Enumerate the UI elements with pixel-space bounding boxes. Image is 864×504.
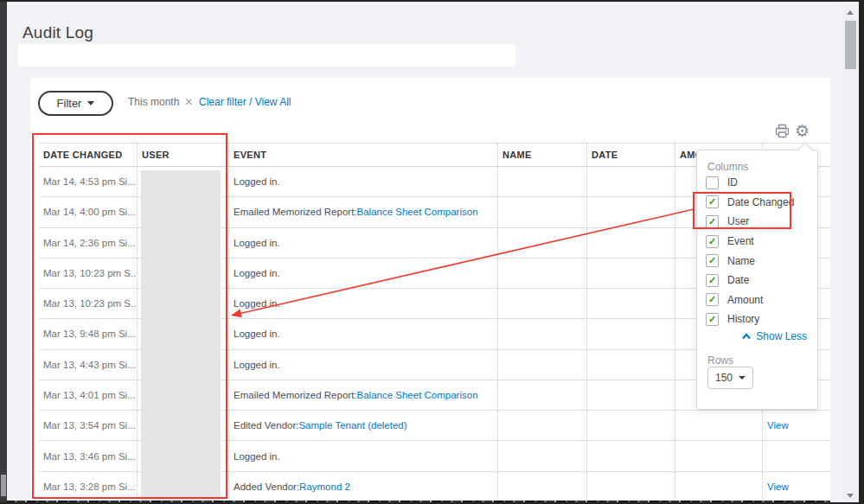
date-changed-value: Mar 13, 4:43 pm Si... xyxy=(43,360,136,370)
column-option-label: History xyxy=(727,313,759,325)
checkbox-checked-icon[interactable]: ✓ xyxy=(706,274,719,287)
column-header-name[interactable]: NAME xyxy=(498,144,587,166)
checkbox-checked-icon[interactable]: ✓ xyxy=(706,254,719,267)
columns-settings-panel: Columns ID✓Date Changed✓User✓Event✓Name✓… xyxy=(696,150,818,410)
column-option-date-changed[interactable]: ✓Date Changed xyxy=(706,193,814,213)
scroll-down-icon[interactable] xyxy=(847,494,854,498)
redacted-header-bar xyxy=(18,44,515,67)
name-cell xyxy=(498,350,587,380)
date-changed-value: Mar 14, 4:53 pm Si... xyxy=(43,176,136,187)
event-link[interactable]: Sample Tenant (deleted) xyxy=(298,420,406,431)
date-changed-value: Mar 14, 4:00 pm Si... xyxy=(43,207,136,217)
event-text: Logged in. xyxy=(234,238,280,248)
audit-log-page: Audit Log Filter This month ✕ Clear filt… xyxy=(0,0,864,504)
checkbox-checked-icon[interactable]: ✓ xyxy=(706,215,719,228)
column-header-user[interactable]: USER xyxy=(138,144,229,166)
date-changed-value: Mar 13, 10:23 pm S... xyxy=(43,268,138,278)
event-cell: Logged in. xyxy=(229,350,498,380)
user-column-redaction xyxy=(141,170,221,501)
event-text: Logged in. xyxy=(234,176,280,187)
filter-chip: This month ✕ xyxy=(128,96,193,108)
date-changed-value: Mar 14, 2:36 pm Si... xyxy=(43,238,136,248)
date-cell xyxy=(587,289,675,318)
date-cell xyxy=(587,258,675,288)
date-changed-cell: Mar 13, 10:23 pm S... xyxy=(39,289,138,318)
column-option-label: Amount xyxy=(727,294,763,306)
date-changed-cell: Mar 13, 10:23 pm S... xyxy=(39,258,138,288)
column-option-date[interactable]: ✓Date xyxy=(706,271,814,290)
name-cell xyxy=(498,380,587,410)
event-cell: Logged in. xyxy=(229,289,498,318)
event-text: Logged in. xyxy=(234,360,280,370)
vertical-scrollbar[interactable] xyxy=(842,3,859,504)
filter-button-label: Filter xyxy=(57,97,82,110)
event-cell: Logged in. xyxy=(229,441,498,470)
column-option-label: Date Changed xyxy=(727,196,794,208)
rows-section-label: Rows xyxy=(707,354,733,367)
date-cell xyxy=(587,350,675,380)
event-text: Emailed Memorized Report: xyxy=(234,207,357,217)
checkbox-checked-icon[interactable]: ✓ xyxy=(706,293,719,306)
date-changed-cell: Mar 14, 4:53 pm Si... xyxy=(39,167,138,196)
event-text: Logged in. xyxy=(234,298,280,309)
event-cell: Added Vendor: Raymond 2 xyxy=(229,472,498,501)
right-edge-frame xyxy=(859,2,864,504)
event-link[interactable]: Raymond 2 xyxy=(299,482,350,492)
date-cell xyxy=(587,472,675,501)
scroll-up-icon[interactable] xyxy=(847,10,854,15)
remove-filter-icon[interactable]: ✕ xyxy=(184,96,193,108)
name-cell xyxy=(498,289,587,318)
column-option-id[interactable]: ID xyxy=(706,173,814,193)
event-link[interactable]: Balance Sheet Comparison xyxy=(357,207,478,217)
filter-button[interactable]: Filter xyxy=(38,91,113,116)
show-less-link[interactable]: Show Less xyxy=(741,330,807,342)
amount-cell xyxy=(675,411,763,440)
filter-chip-label: This month xyxy=(128,96,179,108)
column-header-event[interactable]: EVENT xyxy=(229,144,498,166)
name-cell xyxy=(498,411,587,440)
chevron-down-icon xyxy=(739,376,746,380)
column-option-history[interactable]: ✓History xyxy=(706,309,814,329)
column-option-amount[interactable]: ✓Amount xyxy=(706,290,814,310)
column-option-user[interactable]: ✓User xyxy=(706,212,814,232)
column-header-date-changed[interactable]: DATE CHANGED xyxy=(39,144,138,166)
checkbox-checked-icon[interactable]: ✓ xyxy=(706,195,719,208)
scrollbar-thumb[interactable] xyxy=(845,21,856,69)
event-cell: Logged in. xyxy=(229,258,498,288)
event-text: Logged in. xyxy=(234,268,280,278)
name-cell xyxy=(498,197,587,226)
date-cell xyxy=(587,441,675,470)
event-cell: Logged in. xyxy=(229,167,498,196)
column-header-date[interactable]: DATE xyxy=(587,144,675,166)
date-cell xyxy=(587,167,675,196)
event-text: Logged in. xyxy=(234,451,280,462)
print-icon[interactable] xyxy=(775,124,790,142)
event-cell: Logged in. xyxy=(229,319,498,348)
rows-per-page-value: 150 xyxy=(715,372,733,384)
date-cell xyxy=(587,197,675,226)
column-option-name[interactable]: ✓Name xyxy=(706,251,814,271)
chevron-up-icon xyxy=(741,333,752,340)
gear-icon[interactable]: ⚙ xyxy=(795,124,810,138)
name-cell xyxy=(498,472,587,501)
date-changed-cell: Mar 14, 4:00 pm Si... xyxy=(39,197,138,226)
date-cell xyxy=(587,411,675,440)
checkbox-unchecked-icon[interactable] xyxy=(706,176,719,189)
history-view-link[interactable]: View xyxy=(767,420,789,431)
columns-section-label: Columns xyxy=(707,161,748,173)
checkbox-checked-icon[interactable]: ✓ xyxy=(706,235,719,248)
history-view-link[interactable]: View xyxy=(767,482,789,492)
date-changed-cell: Mar 13, 4:43 pm Si... xyxy=(39,350,138,380)
event-link[interactable]: Balance Sheet Comparison xyxy=(357,390,478,400)
checkbox-checked-icon[interactable]: ✓ xyxy=(706,313,719,326)
date-cell xyxy=(587,380,675,410)
event-cell: Emailed Memorized Report: Balance Sheet … xyxy=(229,197,498,226)
column-option-event[interactable]: ✓Event xyxy=(706,232,814,252)
date-changed-cell: Mar 13, 3:46 pm Si... xyxy=(39,441,138,470)
date-cell xyxy=(587,228,675,258)
rows-per-page-select[interactable]: 150 xyxy=(707,367,753,389)
clear-filter-link[interactable]: Clear filter / View All xyxy=(199,96,291,108)
event-text: Emailed Memorized Report: xyxy=(234,390,357,400)
clipped-bottom-row-artifact xyxy=(7,501,830,504)
name-cell xyxy=(498,167,587,196)
